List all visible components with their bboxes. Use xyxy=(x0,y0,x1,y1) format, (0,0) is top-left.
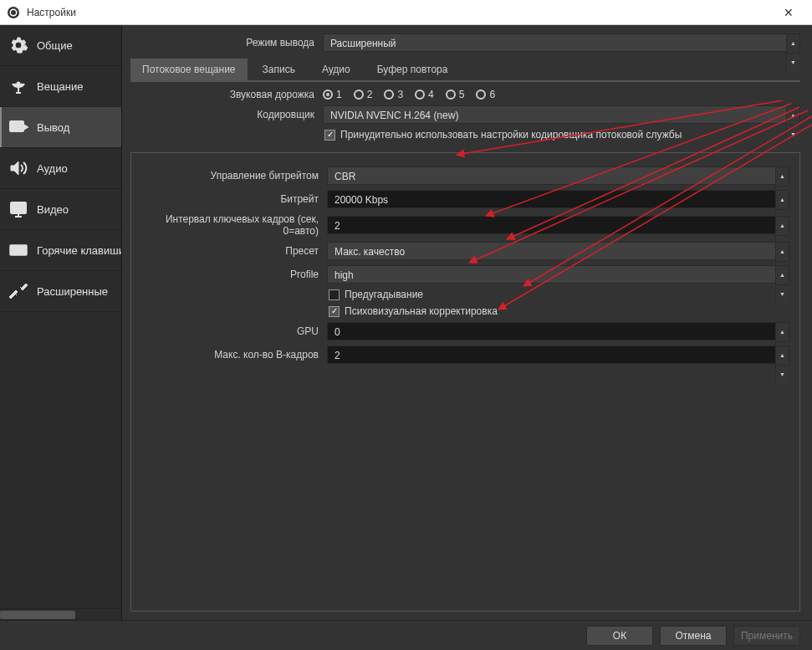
gpu-value: 0 xyxy=(335,326,340,338)
rate-control-select[interactable]: CBR ▲▼ xyxy=(327,166,789,185)
close-button[interactable]: ✕ xyxy=(772,6,805,19)
title-bar: Настройки ✕ xyxy=(0,0,812,25)
sidebar-item-audio[interactable]: Аудио xyxy=(0,148,121,189)
profile-label: Profile xyxy=(135,269,320,280)
svg-rect-5 xyxy=(11,202,26,213)
preset-select[interactable]: Макс. качество ▲▼ xyxy=(327,242,789,260)
sidebar-item-label: Расширенные xyxy=(37,285,108,298)
bitrate-input[interactable]: 20000 Kbps ▲▼ xyxy=(327,190,789,208)
sidebar-scrollbar[interactable] xyxy=(0,608,121,620)
keyframe-value: 2 xyxy=(335,220,340,232)
gpu-input[interactable]: 0 ▲▼ xyxy=(327,322,789,340)
bframes-input[interactable]: 2 ▲▼ xyxy=(327,345,789,364)
rate-control-label: Управление битрейтом xyxy=(135,170,320,182)
gpu-label: GPU xyxy=(135,325,320,337)
sidebar-item-advanced[interactable]: Расширенные xyxy=(0,271,121,312)
sidebar-item-general[interactable]: Общие xyxy=(0,25,121,66)
sidebar-item-label: Горячие клавиши xyxy=(37,244,122,257)
svg-rect-4 xyxy=(10,121,23,131)
lookahead-label: Предугадывание xyxy=(345,289,423,300)
tab-streaming[interactable]: Потоковое вещание xyxy=(130,59,248,80)
sidebar-item-hotkeys[interactable]: Горячие клавиши xyxy=(0,230,121,271)
tab-recording[interactable]: Запись xyxy=(251,59,307,80)
audio-track-3[interactable]: 3 xyxy=(384,89,403,100)
output-mode-label: Режим вывода xyxy=(130,37,316,49)
output-mode-value: Расширенный xyxy=(330,38,396,49)
apply-button[interactable]: Применить xyxy=(733,626,800,646)
svg-rect-6 xyxy=(10,245,27,255)
svg-point-2 xyxy=(11,10,16,15)
psycho-checkbox[interactable]: Психовизуальная корректировка xyxy=(329,305,498,317)
cancel-button[interactable]: Отмена xyxy=(660,626,727,646)
dialog-footer: ОК Отмена Применить xyxy=(0,620,812,650)
audio-track-2[interactable]: 2 xyxy=(354,89,373,100)
content-area: Режим вывода Расширенный ▲▼ Потоковое ве… xyxy=(122,25,812,620)
bitrate-value: 20000 Kbps xyxy=(335,194,388,206)
keyframe-label: Интервал ключевых кадров (сек, 0=авто) xyxy=(135,213,320,237)
profile-select[interactable]: high ▲▼ xyxy=(327,265,789,284)
video-icon xyxy=(8,199,28,219)
window-title: Настройки xyxy=(27,7,772,18)
sidebar-item-label: Видео xyxy=(37,203,69,216)
encoder-value: NVIDIA NVENC H.264 (new) xyxy=(330,110,458,121)
app-icon xyxy=(7,6,20,19)
broadcast-icon xyxy=(8,76,28,96)
tools-icon xyxy=(8,281,28,301)
ok-button[interactable]: ОК xyxy=(586,626,653,646)
output-mode-select[interactable]: Расширенный ▲▼ xyxy=(323,33,800,52)
keyboard-icon xyxy=(8,240,28,260)
tab-audio[interactable]: Аудио xyxy=(310,59,362,80)
audio-track-1[interactable]: 1 xyxy=(323,89,342,100)
sidebar-item-label: Вывод xyxy=(37,121,69,134)
rate-control-value: CBR xyxy=(335,171,355,182)
audio-track-label: Звуковая дорожка xyxy=(130,89,316,100)
bframes-label: Макс. кол-во B-кадров xyxy=(135,349,320,361)
tab-replay[interactable]: Буфер повтора xyxy=(365,59,460,80)
profile-value: high xyxy=(335,269,354,281)
sidebar-item-video[interactable]: Видео xyxy=(0,189,121,230)
encoder-select[interactable]: NVIDIA NVENC H.264 (new) ▲▼ xyxy=(323,105,800,124)
audio-track-5[interactable]: 5 xyxy=(446,89,465,100)
bitrate-label: Битрейт xyxy=(135,193,320,205)
encoder-label: Кодировщик xyxy=(130,109,316,120)
sidebar-item-output[interactable]: Вывод xyxy=(0,107,121,148)
gear-icon xyxy=(8,35,28,55)
sidebar-item-stream[interactable]: Вещание xyxy=(0,66,121,107)
output-icon xyxy=(8,117,28,137)
keyframe-input[interactable]: 2 ▲▼ xyxy=(327,216,789,234)
lookahead-checkbox[interactable]: Предугадывание xyxy=(329,289,423,300)
sidebar-item-label: Вещание xyxy=(37,80,84,93)
sidebar: Общие Вещание Вывод Аудио Видео Горячие … xyxy=(0,25,122,620)
preset-value: Макс. качество xyxy=(335,246,405,258)
preset-label: Пресет xyxy=(135,245,320,257)
encoder-settings-panel: Управление битрейтом CBR ▲▼ Битрейт 2000… xyxy=(130,152,800,612)
audio-icon xyxy=(8,158,28,178)
output-tabs: Потоковое вещание Запись Аудио Буфер пов… xyxy=(130,59,800,82)
audio-track-4[interactable]: 4 xyxy=(415,89,434,100)
enforce-checkbox[interactable]: Принудительно использовать настройки код… xyxy=(324,129,682,141)
audio-track-radios: 1 2 3 4 5 6 xyxy=(323,89,800,100)
svg-point-3 xyxy=(18,83,20,85)
bframes-value: 2 xyxy=(335,350,340,361)
audio-track-6[interactable]: 6 xyxy=(476,89,495,100)
psycho-label: Психовизуальная корректировка xyxy=(345,305,498,317)
enforce-label: Принудительно использовать настройки код… xyxy=(340,129,682,141)
sidebar-item-label: Аудио xyxy=(37,162,68,175)
sidebar-item-label: Общие xyxy=(37,39,73,52)
